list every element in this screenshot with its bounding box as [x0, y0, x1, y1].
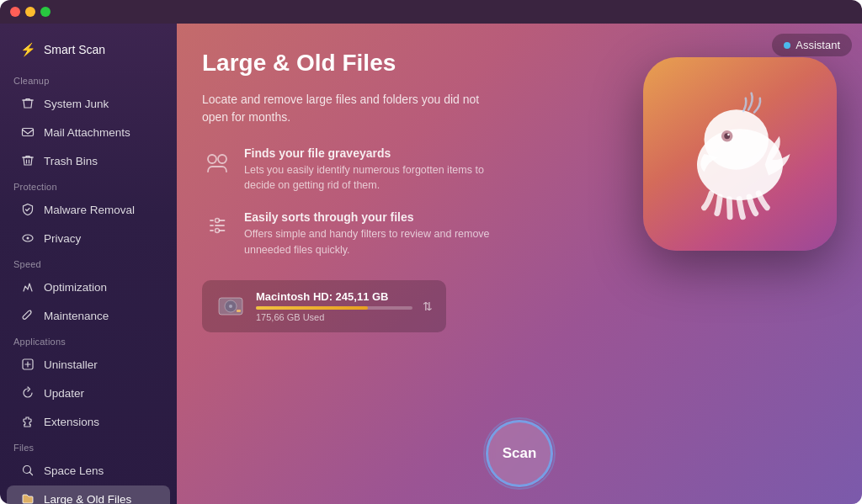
svg-point-6 — [208, 155, 216, 163]
chevron-up-down-icon: ⇅ — [423, 300, 433, 313]
minimize-button[interactable] — [25, 7, 35, 17]
content-area: Assistant Large & Old Files Locate and r… — [177, 24, 862, 504]
sidebar-item-smart-scan[interactable]: ⚡ Smart Scan — [7, 34, 170, 66]
sidebar-item-malware-removal[interactable]: Malware Removal — [7, 196, 170, 223]
large-old-files-label: Large & Old Files — [44, 493, 131, 505]
cleanup-section-label: Cleanup — [0, 69, 177, 89]
uninstaller-icon — [20, 357, 35, 372]
traffic-lights — [10, 7, 51, 17]
feature-list: Finds your file graveyards Lets you easi… — [202, 146, 626, 258]
sidebar-item-maintenance[interactable]: Maintenance — [7, 302, 170, 329]
scan-button[interactable]: Scan — [486, 420, 553, 487]
protection-section-label: Protection — [0, 175, 177, 195]
optimization-label: Optimization — [44, 281, 107, 294]
feature-graveyards-text: Finds your file graveyards Lets you easi… — [244, 146, 497, 194]
scan-button-label: Scan — [503, 445, 537, 462]
content-left: Large & Old Files Locate and remove larg… — [202, 49, 626, 332]
svg-rect-13 — [237, 310, 241, 312]
sidebar-item-extensions[interactable]: Extensions — [7, 408, 170, 435]
svg-rect-0 — [23, 129, 34, 136]
maintenance-icon — [20, 308, 35, 323]
sidebar-item-mail-attachments[interactable]: Mail Attachments — [7, 119, 170, 146]
bottom-area: Scan — [177, 420, 862, 504]
graveyards-icon — [202, 146, 232, 177]
disk-name: Macintosh HD: 245,11 GB — [256, 290, 412, 303]
page-title: Large & Old Files — [202, 49, 626, 77]
svg-point-2 — [27, 237, 29, 240]
smart-scan-label: Smart Scan — [44, 43, 105, 56]
sidebar-item-space-lens[interactable]: Space Lens — [7, 457, 170, 484]
malware-removal-label: Malware Removal — [44, 204, 135, 216]
system-junk-label: System Junk — [44, 98, 109, 110]
sidebar: ⚡ Smart Scan Cleanup System Junk — [0, 24, 177, 504]
feature-item-graveyards: Finds your file graveyards Lets you easi… — [202, 146, 626, 194]
app-icon — [643, 57, 837, 251]
updater-label: Updater — [44, 387, 84, 400]
privacy-icon — [20, 231, 35, 246]
space-lens-icon — [20, 463, 35, 478]
title-bar — [0, 0, 862, 24]
disk-bar — [256, 306, 368, 310]
extensions-label: Extensions — [44, 416, 99, 428]
feature-sorts-desc: Offers simple and handy filters to revie… — [244, 226, 497, 258]
extensions-icon — [20, 414, 35, 429]
svg-point-7 — [218, 155, 226, 163]
sidebar-item-system-junk[interactable]: System Junk — [7, 90, 170, 117]
sidebar-item-uninstaller[interactable]: Uninstaller — [7, 351, 170, 378]
disk-selector[interactable]: Macintosh HD: 245,11 GB 175,66 GB Used ⇅ — [202, 280, 446, 332]
system-junk-icon — [20, 96, 35, 111]
sidebar-item-optimization[interactable]: Optimization — [7, 273, 170, 300]
disk-info: Macintosh HD: 245,11 GB 175,66 GB Used — [256, 290, 412, 322]
sidebar-item-large-old-files[interactable]: Large & Old Files — [7, 485, 170, 504]
maximize-button[interactable] — [40, 7, 51, 17]
whale-illustration — [668, 82, 811, 225]
feature-sorts-text: Easily sorts through your files Offers s… — [244, 210, 497, 258]
assistant-dot — [784, 42, 790, 49]
mail-attachments-icon — [20, 125, 35, 140]
feature-sorts-title: Easily sorts through your files — [244, 210, 497, 224]
content-body: Large & Old Files Locate and remove larg… — [177, 24, 862, 420]
smart-scan-icon: ⚡ — [20, 42, 35, 57]
main-window: ⚡ Smart Scan Cleanup System Junk — [0, 0, 862, 504]
malware-removal-icon — [20, 202, 35, 217]
sidebar-item-updater[interactable]: Updater — [7, 379, 170, 406]
disk-used: 175,66 GB Used — [256, 312, 412, 322]
large-old-files-icon — [20, 491, 35, 504]
feature-graveyards-title: Finds your file graveyards — [244, 146, 497, 160]
close-button[interactable] — [10, 7, 20, 17]
assistant-button[interactable]: Assistant — [772, 34, 852, 56]
sidebar-item-privacy[interactable]: Privacy — [7, 225, 170, 252]
svg-point-12 — [229, 305, 232, 308]
disk-icon — [216, 291, 246, 321]
speed-section-label: Speed — [0, 252, 177, 273]
svg-point-15 — [705, 109, 769, 169]
feature-item-sorts: Easily sorts through your files Offers s… — [202, 210, 626, 258]
uninstaller-label: Uninstaller — [44, 358, 98, 371]
trash-bins-icon — [20, 153, 35, 168]
assistant-label: Assistant — [795, 39, 840, 51]
updater-icon — [20, 385, 35, 401]
main-container: ⚡ Smart Scan Cleanup System Junk — [0, 24, 862, 504]
privacy-label: Privacy — [44, 232, 81, 245]
disk-bar-container — [256, 306, 412, 310]
feature-graveyards-desc: Lets you easily identify numerous forgot… — [244, 162, 497, 194]
page-subtitle: Locate and remove large files and folder… — [202, 91, 488, 126]
sidebar-item-trash-bins[interactable]: Trash Bins — [7, 147, 170, 174]
content-right — [643, 49, 837, 251]
applications-section-label: Applications — [0, 330, 177, 350]
files-section-label: Files — [0, 436, 177, 456]
svg-point-18 — [727, 134, 730, 136]
sorts-icon — [202, 210, 232, 241]
maintenance-label: Maintenance — [44, 310, 109, 322]
space-lens-label: Space Lens — [44, 464, 104, 477]
trash-bins-label: Trash Bins — [44, 155, 98, 167]
mail-attachments-label: Mail Attachments — [44, 126, 130, 139]
optimization-icon — [20, 279, 35, 294]
